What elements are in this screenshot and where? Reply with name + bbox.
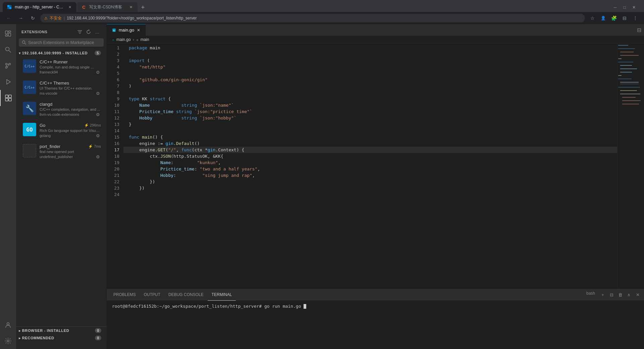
browser-toolbar: ← → ↻ ⚠ 不安全 | 192.168.44.100:9999/?folde… [0, 12, 644, 24]
activity-extensions[interactable] [0, 90, 16, 106]
svg-point-10 [6, 63, 7, 65]
split-terminal-button[interactable]: ⊟ [608, 291, 615, 298]
line-num-4: 4 [107, 64, 119, 70]
activity-debug[interactable] [0, 74, 16, 90]
go-desc: Rich Go language support for Visual... [40, 129, 101, 133]
sidebar-bottom-sections: ▸ BROWSER - INSTALLED 0 ▸ RECOMMENDED 0 [16, 327, 107, 342]
activity-settings[interactable] [0, 333, 16, 349]
port-finder-desc: find new opened port [40, 150, 101, 154]
address-bar[interactable]: ⚠ 不安全 | 192.168.44.100:9999/?folder=/roo… [40, 14, 585, 22]
add-terminal-button[interactable]: + [599, 291, 606, 298]
activity-account[interactable] [0, 317, 16, 333]
svg-rect-1 [9, 7, 11, 9]
browser-installed-badge: 0 [95, 328, 101, 333]
svg-rect-38 [620, 90, 637, 91]
extension-clangd[interactable]: 🔧 clangd C/C++ completion, navigation, a… [16, 99, 106, 120]
csdn-tab-close[interactable]: ✕ [128, 4, 133, 10]
panel: PROBLEMS OUTPUT DEBUG CONSOLE TERMINAL b… [107, 289, 644, 349]
terminal-cursor [304, 304, 306, 309]
installed-section-label: 192.168.44.100:9999 - INSTALLED [22, 51, 88, 55]
activity-git[interactable] [0, 58, 16, 74]
editor-tab-main-go[interactable]: G main.go ✕ [107, 24, 146, 36]
line-num-20: 20 [107, 166, 119, 172]
svg-rect-29 [618, 62, 633, 62]
csdn-favicon: C [81, 4, 87, 10]
panel-actions: bash + ⊟ 🗑 ∧ ✕ [586, 291, 641, 298]
code-line-4: "net/http" [123, 64, 617, 70]
line-num-19: 19 [107, 159, 119, 166]
extensions-search-input[interactable] [28, 40, 101, 45]
bookmark-button[interactable]: ☆ [588, 13, 597, 23]
cpp-themes-gear[interactable]: ⚙ [95, 90, 101, 96]
port-finder-gear[interactable]: ⚙ [95, 154, 101, 160]
cpp-themes-name-row: C/C++ Themes [40, 81, 101, 86]
sidebar-actions: ... [76, 28, 101, 36]
refresh-extensions-button[interactable] [85, 28, 92, 36]
activity-search[interactable] [0, 42, 16, 58]
vscode-tab-close[interactable]: ✕ [67, 4, 72, 10]
clangd-gear[interactable]: ⚙ [95, 111, 101, 117]
minimize-button[interactable]: ─ [610, 3, 620, 12]
profile-button[interactable]: 👤 [598, 13, 608, 23]
back-button[interactable]: ← [4, 13, 13, 23]
recommended-section[interactable]: ▸ RECOMMENDED 0 [16, 334, 107, 342]
breadcrumb-file[interactable]: main.go [116, 37, 131, 42]
installed-section-header[interactable]: ▾ 192.168.44.100:9999 - INSTALLED 5 [16, 49, 106, 57]
cpp-runner-name: C/C++ Runner [40, 59, 68, 64]
panel-tab-output[interactable]: OUTPUT [140, 289, 164, 301]
extension-cpp-runner[interactable]: C/C++ C/C++ Runner Compile, run and debu… [16, 57, 106, 78]
browser-tab-vscode[interactable]: main.go - http_server - Code ✕ [3, 2, 76, 12]
cpp-themes-pub-row: ms-vscode ⚙ [40, 90, 101, 96]
browser-tab-csdn[interactable]: C 写文章-CSDN博客 ✕ [77, 2, 138, 12]
line-num-2: 2 [107, 51, 119, 57]
panel-tab-debug-console[interactable]: DEBUG CONSOLE [164, 289, 208, 301]
breadcrumb-separator: › [133, 37, 134, 42]
svg-marker-13 [7, 80, 10, 84]
extensions-search-box[interactable] [19, 38, 104, 47]
extension-port-finder[interactable]: port_finder ⚡ 7ms find new opened port u… [16, 141, 106, 162]
filter-extensions-button[interactable] [76, 28, 84, 36]
more-extensions-button[interactable]: ... [94, 28, 101, 36]
extension-cpp-themes[interactable]: C/C++ C/C++ Themes UI Themes for C/C++ e… [16, 78, 106, 99]
svg-rect-42 [622, 104, 639, 104]
main-go-close[interactable]: ✕ [137, 28, 140, 33]
close-panel-button[interactable]: ✕ [634, 291, 641, 298]
collapse-panel-button[interactable]: ∧ [625, 291, 633, 298]
close-button[interactable]: ✕ [629, 3, 639, 12]
clangd-icon: 🔧 [23, 102, 36, 115]
restore-button[interactable]: □ [620, 3, 629, 12]
menu-button[interactable]: ⋮ [631, 13, 640, 23]
clangd-desc: C/C++ completion, navigation, and ... [40, 107, 101, 111]
line-num-15: 15 [107, 134, 119, 140]
svg-rect-6 [8, 33, 11, 36]
delete-terminal-button[interactable]: 🗑 [616, 291, 624, 298]
go-name: Go [40, 123, 45, 128]
cpp-runner-gear[interactable]: ⚙ [95, 69, 101, 75]
panel-tab-terminal[interactable]: TERMINAL [208, 289, 236, 301]
line-num-11: 11 [107, 108, 119, 115]
new-tab-button[interactable]: + [138, 3, 148, 12]
line-num-16: 16 [107, 140, 119, 147]
activity-explorer[interactable] [0, 26, 16, 42]
extension-go[interactable]: GO Go ⚡ 296ms Rich Go language support f… [16, 120, 106, 141]
split-button[interactable]: ⊟ [620, 13, 629, 23]
minimap-visualization [618, 43, 644, 198]
forward-button[interactable]: → [16, 13, 25, 23]
svg-line-21 [25, 43, 26, 44]
cpp-themes-name: C/C++ Themes [40, 81, 69, 86]
code-line-5 [123, 70, 617, 77]
svg-rect-0 [7, 5, 9, 7]
editor-layout-button[interactable]: ⊟ [637, 27, 644, 33]
code-content[interactable]: package main import ( "net/http" "github… [123, 43, 617, 289]
breadcrumb-symbol[interactable]: main [141, 37, 149, 42]
port-finder-name-row: port_finder ⚡ 7ms [40, 144, 101, 149]
code-line-15: func main() { [123, 134, 617, 140]
extensions-button[interactable]: 🧩 [609, 13, 619, 23]
browser-installed-section[interactable]: ▸ BROWSER - INSTALLED 0 [16, 327, 107, 334]
recommended-badge: 0 [95, 336, 101, 340]
go-gear[interactable]: ⚙ [95, 133, 101, 139]
terminal-content[interactable]: root@8fedcf16152b:~/go_workspace/port_li… [107, 301, 644, 312]
refresh-button[interactable]: ↻ [28, 13, 38, 23]
code-line-22: }) [123, 179, 617, 185]
panel-tab-problems[interactable]: PROBLEMS [109, 289, 140, 301]
